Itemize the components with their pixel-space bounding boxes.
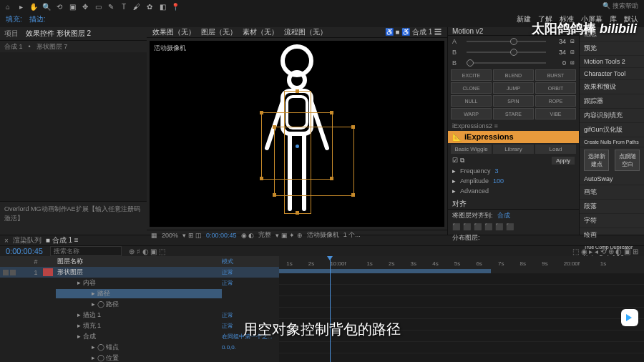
btn-jump[interactable]: JUMP (493, 82, 534, 94)
rotate-icon[interactable]: ⟲ (54, 1, 64, 11)
side-brush[interactable]: 画笔 (580, 185, 644, 200)
layer-row[interactable]: ▸ ◯ 路径 (0, 299, 279, 310)
align-buttons: ⬛⬛⬛ ⬛⬛⬛ (448, 222, 579, 232)
viewport-label: 活动摄像机 (154, 44, 186, 53)
btn-blend[interactable]: BLEND (493, 69, 534, 81)
stamp-icon[interactable]: ✿ (145, 1, 155, 11)
btn-trace[interactable]: 选择新建点 (584, 150, 609, 171)
side-character2[interactable]: 字符 (580, 214, 644, 228)
tab-footage[interactable]: 素材（无） (243, 27, 278, 37)
motion-panel: Motion v2☰ A34⧇ B34⧇ B0⧇ EXCITE BLEND BU… (447, 27, 579, 235)
tab-effect-controls[interactable]: 效果控件 形状图层 2 (26, 29, 91, 39)
layer-row[interactable]: ▸ ◯ 位置 (0, 353, 279, 362)
zoom-icon[interactable]: 🔍 (42, 1, 52, 11)
side-autosway[interactable]: AutoSway (580, 173, 644, 185)
btn-burst[interactable]: BURST (535, 69, 576, 81)
camera-icon[interactable]: ▣ (67, 1, 77, 11)
side-tracker[interactable]: 跟踪器 (580, 94, 644, 109)
playhead[interactable] (330, 256, 331, 362)
motion-title: Motion v2 (452, 27, 483, 35)
btn-rope[interactable]: ROPE (535, 95, 576, 107)
hand-icon[interactable]: ✋ (29, 1, 39, 11)
slider-b[interactable]: B34⧇ (448, 47, 579, 57)
side-paragraph[interactable]: 段落 (580, 200, 644, 214)
timeline-tracks[interactable]: 1s2s10:00f 1s2s3s 4s5s6s 7s8s9s 20:00f1s (279, 256, 644, 362)
home-icon[interactable]: ⌂ (3, 1, 13, 11)
side-motion-tools[interactable]: Motion Tools 2 (580, 56, 644, 68)
tool-bar: ⌂ ▸ ✋ 🔍 ⟲ ▣ ✥ ▭ ✎ T 🖌 ✿ ◧ 📍 (0, 0, 644, 13)
tab-comp[interactable]: 合成 1 (412, 28, 432, 36)
layer-list: # 图层名称 模式 1形状图层正常▸ 内容正常▸ 路径▸ ◯ 路径▸ 描边 1正… (0, 256, 279, 362)
btn-vibe[interactable]: VIBE (535, 108, 576, 119)
layer-row[interactable]: ▸ ◯ 锚点0.0,0. (0, 342, 279, 353)
view-count[interactable]: 1 个... (343, 230, 361, 240)
layer-row[interactable]: 1形状图层正常 (0, 267, 279, 278)
menu-fill[interactable]: 填充: (6, 14, 22, 26)
side-preview[interactable]: 预览 (580, 41, 644, 56)
prop-frequency[interactable]: ▸Frequency3 (448, 166, 579, 176)
timeline-panel: × 渲染队列 ■ 合成 1 ≡ 0:00:00:45 ⊕ ♯ ◐ ▣ ⬚ ⬚ ◉… (0, 235, 644, 362)
apply-button[interactable]: Apply (552, 157, 575, 165)
btn-warp[interactable]: WARP (451, 108, 492, 119)
brush-icon[interactable]: 🖌 (132, 1, 142, 11)
prop-amplitude[interactable]: ▸Amplitude100 (448, 176, 579, 186)
search-input[interactable] (50, 246, 122, 256)
tab-flow[interactable]: 流程图（无） (284, 27, 327, 37)
slider-c[interactable]: B0⧇ (448, 57, 579, 68)
btn-stare[interactable]: STARE (493, 108, 534, 119)
tab-layer[interactable]: 图层（无） (201, 27, 237, 37)
breadcrumb-layer[interactable]: 形状图层 7 (36, 42, 68, 52)
btn-spin[interactable]: SPIN (493, 95, 534, 107)
tab-library[interactable]: Library (493, 145, 534, 154)
play-icon[interactable] (621, 309, 638, 326)
pen-icon[interactable]: ✎ (106, 1, 116, 11)
plugin-footer: Overlord MG动画制作AE扩展【输入任意注册码激活】 (0, 201, 147, 235)
side-character[interactable]: Character Tool (580, 68, 644, 80)
tab-load[interactable]: Load (535, 145, 576, 154)
align-target[interactable]: 合成 (497, 211, 510, 220)
pin-icon[interactable]: 📍 (170, 1, 180, 11)
align-title: 对齐 (452, 199, 467, 209)
viewport[interactable]: 活动摄像机 (150, 41, 444, 227)
text-icon[interactable]: T (119, 1, 129, 11)
btn-follow[interactable]: 点跟随空白 (615, 150, 640, 171)
side-content-aware[interactable]: 内容识别填充 (580, 109, 644, 123)
time-ruler[interactable]: 1s2s10:00f 1s2s3s 4s5s6s 7s8s9s 20:00f1s (279, 256, 644, 273)
layer-row[interactable]: ▸ 填充 1正常 (0, 321, 279, 331)
vp-time[interactable]: 0:00:00:45 (206, 232, 237, 239)
layer-row[interactable]: ▸ 合成在同组中第一个之... (0, 331, 279, 342)
tab-render[interactable]: 效果图（无） (152, 27, 195, 37)
eraser-icon[interactable]: ◧ (157, 1, 167, 11)
side-create-nulls[interactable]: Create Nulls From Paths (580, 137, 644, 147)
tab-wiggle[interactable]: Basic Wiggle (451, 145, 492, 154)
anchor-icon[interactable]: ✥ (80, 1, 90, 11)
tab-project[interactable]: 项目 (4, 29, 19, 39)
side-panels: 信息 预览 Motion Tools 2 Character Tool 效果和预… (579, 27, 644, 235)
btn-null[interactable]: NULL (451, 95, 492, 107)
btn-orbit[interactable]: ORBIT (535, 82, 576, 94)
selection-icon[interactable]: ▸ (16, 1, 26, 11)
layer-row[interactable]: ▸ 内容正常 (0, 278, 279, 288)
active-camera[interactable]: 活动摄像机 (307, 230, 339, 240)
layer-row[interactable]: ▸ 路径 (0, 288, 279, 299)
zoom-level[interactable]: 200% (162, 232, 178, 239)
side-effects[interactable]: 效果和预设 (580, 80, 644, 94)
slider-a[interactable]: A34⧇ (448, 36, 579, 47)
resolution[interactable]: 完整 (258, 230, 271, 240)
btn-clone[interactable]: CLONE (451, 82, 492, 94)
help-search[interactable]: 🔍 搜索帮助 (602, 1, 638, 11)
watermark: 太阳鸽鸽棒 bilibili (532, 20, 637, 37)
subtitle: 用空对象控制背包的路径 (243, 320, 401, 339)
tab-comp-timeline[interactable]: 合成 1 (52, 236, 72, 244)
rect-icon[interactable]: ▭ (93, 1, 103, 11)
menu-stroke[interactable]: 描边: (29, 14, 46, 26)
current-time[interactable]: 0:00:00:45 (6, 247, 43, 255)
prop-advanced[interactable]: ▸Advanced (448, 186, 579, 196)
side-gifgun[interactable]: gifGun汉化版 (580, 123, 644, 137)
layer-row[interactable]: ▸ 描边 1正常 (0, 310, 279, 321)
menu-new[interactable]: 新建 (517, 14, 531, 26)
viewport-footer: ▦200% ▾ ⊞ ◫ 0:00:00:45 ◉ ◐完整 ▾ ▣ ✦ ⊕ 活动摄… (147, 230, 447, 240)
tab-render-queue[interactable]: 渲染队列 (13, 235, 42, 245)
breadcrumb-comp[interactable]: 合成 1 (4, 42, 23, 52)
btn-excite[interactable]: EXCITE (451, 69, 492, 81)
